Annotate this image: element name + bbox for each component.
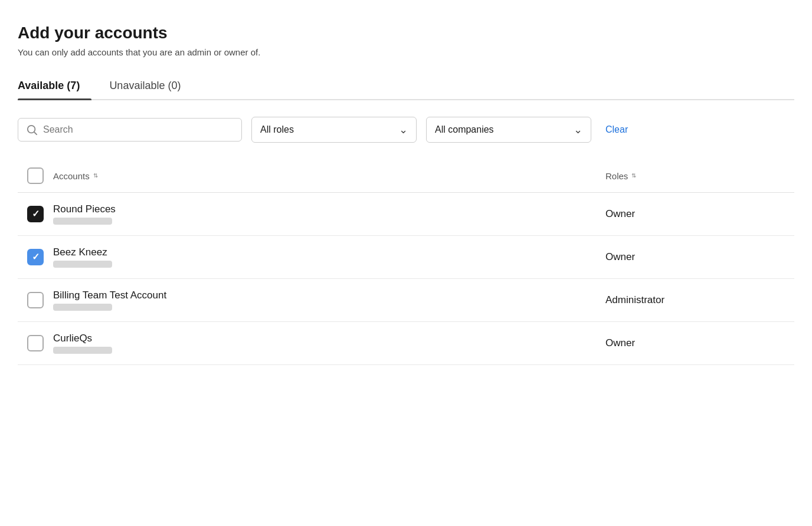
chevron-down-icon: ⌄ bbox=[399, 123, 408, 136]
roles-header-label: Roles ⇅ bbox=[605, 171, 794, 181]
account-sub-text bbox=[53, 347, 112, 354]
role-text: Owner bbox=[605, 251, 635, 262]
row-checkbox-col bbox=[18, 335, 53, 351]
account-info: Billing Team Test Account bbox=[53, 290, 605, 311]
account-info: Beez Kneez bbox=[53, 246, 605, 268]
row-checkbox[interactable]: ✓ bbox=[27, 249, 44, 265]
account-info: Round Pieces bbox=[53, 203, 605, 225]
roles-dropdown-label: All roles bbox=[260, 124, 393, 135]
clear-button[interactable]: Clear bbox=[605, 124, 628, 135]
role-col: Administrator bbox=[605, 294, 794, 306]
header-checkbox-col bbox=[18, 167, 53, 184]
checkmark-icon: ✓ bbox=[32, 209, 40, 219]
select-all-checkbox[interactable] bbox=[27, 167, 44, 184]
accounts-header-text: Accounts bbox=[53, 171, 90, 181]
role-text: Owner bbox=[605, 337, 635, 349]
table-row: Billing Team Test Account Administrator bbox=[18, 279, 794, 322]
roles-header-text: Roles bbox=[605, 171, 628, 181]
row-checkbox[interactable]: ✓ bbox=[27, 206, 44, 222]
account-name: CurlieQs bbox=[53, 333, 605, 344]
account-sub-text bbox=[53, 218, 112, 225]
table-row: ✓ Round Pieces Owner bbox=[18, 193, 794, 236]
account-name: Beez Kneez bbox=[53, 246, 605, 258]
svg-point-0 bbox=[28, 126, 35, 133]
account-sub-text bbox=[53, 304, 112, 311]
table-row: CurlieQs Owner bbox=[18, 322, 794, 365]
role-col: Owner bbox=[605, 251, 794, 263]
account-name: Billing Team Test Account bbox=[53, 290, 605, 301]
tab-available[interactable]: Available (7) bbox=[18, 74, 91, 99]
table-row: ✓ Beez Kneez Owner bbox=[18, 236, 794, 279]
tabs-container: Available (7) Unavailable (0) bbox=[18, 74, 794, 100]
role-text: Administrator bbox=[605, 294, 664, 305]
row-checkbox-col bbox=[18, 292, 53, 308]
search-icon bbox=[27, 124, 37, 135]
chevron-down-icon: ⌄ bbox=[574, 123, 582, 136]
accounts-header-label: Accounts ⇅ bbox=[53, 171, 605, 181]
header-accounts-col: Accounts ⇅ bbox=[53, 171, 605, 181]
account-name: Round Pieces bbox=[53, 203, 605, 215]
table-header: Accounts ⇅ Roles ⇅ bbox=[18, 159, 794, 193]
page-title: Add your accounts bbox=[18, 24, 794, 42]
row-checkbox[interactable] bbox=[27, 335, 44, 351]
role-col: Owner bbox=[605, 208, 794, 220]
accounts-table: Accounts ⇅ Roles ⇅ ✓ Round Pieces Owner bbox=[18, 159, 794, 365]
role-col: Owner bbox=[605, 337, 794, 349]
account-info: CurlieQs bbox=[53, 333, 605, 354]
role-text: Owner bbox=[605, 208, 635, 219]
roles-dropdown[interactable]: All roles ⌄ bbox=[251, 117, 417, 143]
checkmark-icon: ✓ bbox=[32, 252, 40, 262]
search-box[interactable] bbox=[18, 118, 242, 142]
search-input[interactable] bbox=[43, 124, 233, 135]
companies-dropdown-label: All companies bbox=[435, 124, 568, 135]
sort-icon[interactable]: ⇅ bbox=[631, 173, 636, 179]
account-sub-text bbox=[53, 261, 112, 268]
companies-dropdown[interactable]: All companies ⌄ bbox=[426, 117, 591, 143]
row-checkbox[interactable] bbox=[27, 292, 44, 308]
sort-icon[interactable]: ⇅ bbox=[93, 173, 98, 179]
header-roles-col: Roles ⇅ bbox=[605, 171, 794, 181]
filters-row: All roles ⌄ All companies ⌄ Clear bbox=[18, 117, 794, 143]
page-subtitle: You can only add accounts that you are a… bbox=[18, 47, 794, 57]
row-checkbox-col: ✓ bbox=[18, 249, 53, 265]
row-checkbox-col: ✓ bbox=[18, 206, 53, 222]
svg-line-1 bbox=[35, 133, 37, 135]
tab-unavailable[interactable]: Unavailable (0) bbox=[109, 74, 192, 99]
